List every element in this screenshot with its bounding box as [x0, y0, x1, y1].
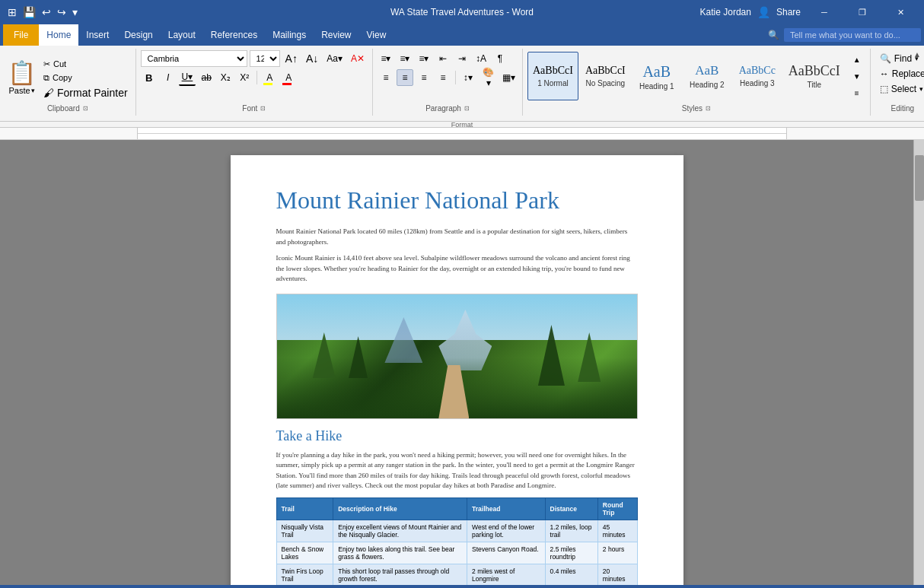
paste-dropdown-icon[interactable]: ▾ — [31, 87, 35, 94]
find-icon: 🔍 — [880, 53, 891, 64]
show-formatting-button[interactable]: ¶ — [492, 50, 508, 67]
styles-scroll-up[interactable]: ▲ — [849, 52, 865, 67]
shading-button[interactable]: 🎨▾ — [479, 69, 499, 86]
increase-font-button[interactable]: A↑ — [282, 50, 301, 67]
font-group: Cambria 12 A↑ A↓ Aa▾ A✕ B I U▾ ab X₂ — [136, 49, 373, 116]
align-left-button[interactable]: ≡ — [378, 69, 394, 86]
style-heading1[interactable]: AaB Heading 1 — [632, 52, 681, 100]
document-area: Mount Rainier National Park Mount Rainie… — [0, 140, 924, 585]
underline-button[interactable]: U▾ — [179, 69, 196, 86]
paste-icon: 📋 — [8, 59, 36, 86]
text-highlight-button[interactable]: A — [261, 69, 278, 86]
replace-icon: ↔ — [880, 68, 889, 79]
menu-item-home[interactable]: Home — [39, 24, 78, 46]
table-cell: Stevens Canyon Road. — [467, 542, 545, 564]
align-right-button[interactable]: ≡ — [416, 69, 432, 86]
bullets-button[interactable]: ≡▾ — [378, 50, 394, 67]
clipboard-expand-icon[interactable]: ⊡ — [83, 105, 88, 112]
style-normal-preview: AaBbCcI — [533, 65, 573, 78]
numbering-button[interactable]: ≡▾ — [397, 50, 413, 67]
close-button[interactable]: ✕ — [883, 0, 918, 24]
style-title-label: Title — [807, 81, 821, 89]
scrollbar-thumb[interactable] — [915, 155, 924, 201]
word-logo-icon: ⊞ — [6, 5, 18, 20]
table-header-trailhead: Trailhead — [467, 497, 545, 520]
menu-item-mailings[interactable]: Mailings — [265, 24, 314, 46]
copy-button[interactable]: ⧉ Copy — [40, 72, 131, 84]
menu-item-layout[interactable]: Layout — [161, 24, 203, 46]
styles-scroll-controls: ▲ ▼ ≡ — [849, 52, 865, 100]
font-size-select[interactable]: 12 — [250, 50, 280, 67]
justify-button[interactable]: ≡ — [435, 69, 451, 86]
font-expand-icon[interactable]: ⊡ — [260, 105, 266, 112]
decrease-font-button[interactable]: A↓ — [303, 50, 321, 67]
status-bar: Page 5 of 6 📖 🗋 🌐 － ＋ 71% — [0, 585, 924, 588]
table-cell: 2 miles west of Longmire — [467, 564, 545, 585]
clear-formatting-button[interactable]: A✕ — [348, 50, 368, 67]
format-label: Format — [451, 121, 473, 129]
document-scroll[interactable]: Mount Rainier National Park Mount Rainie… — [0, 140, 913, 585]
superscript-button[interactable]: X² — [236, 69, 253, 86]
undo-icon[interactable]: ↩ — [40, 5, 53, 20]
increase-indent-button[interactable]: ⇥ — [454, 50, 470, 67]
styles-expand-icon[interactable]: ⊡ — [706, 105, 711, 112]
style-title[interactable]: AaBbCcI Title — [783, 52, 846, 100]
style-heading2[interactable]: AaB Heading 2 — [683, 52, 731, 100]
user-name: Katie Jordan — [700, 7, 751, 17]
font-family-select[interactable]: Cambria — [141, 50, 247, 67]
hike-table: Trail Description of Hike Trailhead Dist… — [276, 497, 638, 585]
style-heading3[interactable]: AaBbCc Heading 3 — [733, 52, 782, 100]
menu-item-insert[interactable]: Insert — [78, 24, 116, 46]
style-normal-label: 1 Normal — [537, 79, 569, 87]
style-no-spacing[interactable]: AaBbCcI No Spacing — [580, 52, 631, 100]
menu-item-file[interactable]: File — [3, 24, 39, 46]
strikethrough-button[interactable]: ab — [198, 69, 215, 86]
change-case-button[interactable]: Aa▾ — [323, 50, 346, 67]
paste-button[interactable]: 📋 Paste ▾ — [5, 58, 39, 97]
select-button[interactable]: ⬚ Select ▾ — [875, 82, 924, 96]
styles-more[interactable]: ≡ — [849, 85, 865, 100]
line-spacing-button[interactable]: ↕▾ — [460, 69, 476, 86]
menu-item-view[interactable]: View — [359, 24, 394, 46]
paragraph-group: ≡▾ ≡▾ ≡▾ ⇤ ⇥ ↕A ¶ ≡ ≡ ≡ ≡ ↕▾ 🎨▾ ▦▾ — [373, 49, 523, 116]
save-icon[interactable]: 💾 — [21, 5, 37, 20]
vertical-scrollbar[interactable] — [913, 140, 924, 585]
share-icon: 👤 — [757, 6, 770, 18]
search-input[interactable] — [784, 28, 921, 42]
paragraph-expand-icon[interactable]: ⊡ — [464, 105, 470, 112]
menu-item-review[interactable]: Review — [314, 24, 358, 46]
sort-button[interactable]: ↕A — [473, 50, 489, 67]
table-cell: Enjoy excellent views of Mount Rainier a… — [333, 520, 467, 542]
ruler — [0, 128, 924, 140]
subscript-button[interactable]: X₂ — [217, 69, 234, 86]
title-bar-right: Katie Jordan 👤 Share ─ ❐ ✕ — [700, 0, 918, 24]
multilevel-list-button[interactable]: ≡▾ — [416, 50, 432, 67]
align-center-button[interactable]: ≡ — [397, 69, 413, 86]
restore-button[interactable]: ❐ — [845, 0, 880, 24]
italic-button[interactable]: I — [160, 69, 177, 86]
format-painter-button[interactable]: 🖌 Format Painter — [40, 85, 131, 100]
style-h1-preview: AaB — [642, 62, 671, 81]
font-name-row: Cambria 12 A↑ A↓ Aa▾ A✕ — [141, 50, 368, 67]
select-dropdown-icon: ▾ — [919, 85, 923, 93]
menu-item-design[interactable]: Design — [116, 24, 160, 46]
minimize-button[interactable]: ─ — [807, 0, 842, 24]
replace-button[interactable]: ↔ Replace — [875, 67, 924, 81]
borders-button[interactable]: ▦▾ — [501, 69, 518, 86]
style-nospacing-preview: AaBbCcI — [585, 65, 626, 78]
decrease-indent-button[interactable]: ⇤ — [435, 50, 451, 67]
font-color-button[interactable]: A — [280, 69, 297, 86]
table-cell: West end of the lower parking lot. — [467, 520, 545, 542]
bold-button[interactable]: B — [141, 69, 158, 86]
style-normal[interactable]: AaBbCcI 1 Normal — [527, 52, 578, 100]
cut-button[interactable]: ✂ Cut — [40, 58, 131, 71]
document-image — [276, 294, 638, 419]
share-button[interactable]: Share — [776, 7, 801, 17]
menu-item-references[interactable]: References — [203, 24, 265, 46]
styles-scroll-down[interactable]: ▼ — [849, 68, 865, 84]
table-row: Twin Firs Loop TrailThis short loop trai… — [276, 564, 637, 585]
redo-icon[interactable]: ↪ — [56, 5, 68, 20]
table-cell: 2.5 miles roundtrip — [545, 542, 597, 564]
collapse-ribbon-button[interactable]: ▲ — [913, 50, 921, 59]
customize-qat-icon[interactable]: ▾ — [71, 5, 79, 20]
